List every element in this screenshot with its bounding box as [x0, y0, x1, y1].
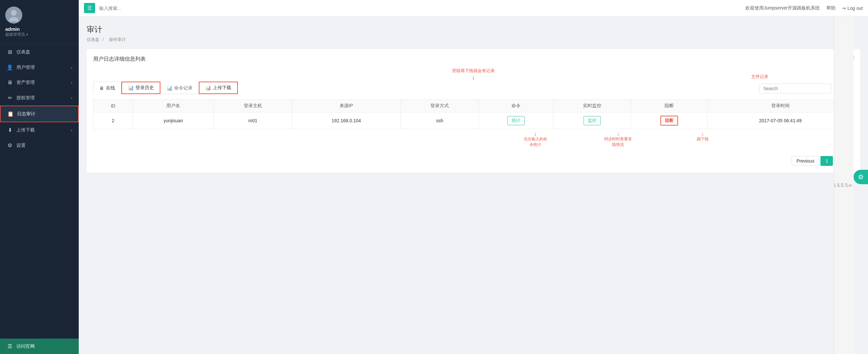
settings-icon: ⚙: [6, 142, 13, 149]
table-row: 2 yunjisuan m01 192.168.0.104 ssh 统计 监控: [93, 112, 854, 129]
user-mgmt-icon: 👤: [6, 64, 13, 70]
col-login-method: 登录方式: [401, 100, 478, 112]
tab-login-history-icon: 📊: [128, 85, 133, 91]
cell-login-time: 2017-07-05 06:41:49: [707, 112, 853, 129]
topbar-search-input[interactable]: [99, 6, 741, 11]
main-content: ☰ 欢迎使用Jumpserver开源跳板机系统 帮助 ⇒ Log out 审计 …: [79, 0, 868, 354]
arrow-down-monitor: ↓: [603, 131, 633, 136]
right-panel-item-5: zd: [834, 183, 837, 187]
tab-online[interactable]: 🖥 在线: [93, 82, 121, 94]
cell-id: 2: [93, 112, 133, 129]
cell-source-ip: 192.168.0.104: [292, 112, 401, 129]
cell-block: 阻断: [631, 112, 707, 129]
col-cmd: 命令: [478, 100, 553, 112]
role-label[interactable]: 超级管理员 ▾: [5, 32, 28, 37]
cell-host: m01: [214, 112, 292, 129]
breadcrumb: 仪表盘 / 操作审计: [87, 37, 860, 43]
sidebar-item-auth-mgmt[interactable]: ✏ 授权管理 ›: [0, 90, 79, 105]
tabs: 🖥 在线 📊 登录历史 📊 命令记录 📊: [93, 82, 238, 94]
annotation-arrow-down: ↓: [472, 73, 475, 81]
tab-cmd-log-icon: 📊: [167, 86, 172, 91]
hamburger-icon: ☰: [87, 5, 92, 11]
arrow-down-cmd: ↓: [522, 131, 549, 136]
asset-mgmt-icon: 🖥: [6, 79, 13, 86]
tab-cmd-log[interactable]: 📊 命令记录: [160, 82, 199, 94]
username-label: admin: [5, 26, 20, 32]
sidebar-item-settings[interactable]: ⚙ 设置: [0, 138, 79, 153]
main-card: ∧ ⤢ ✕ 用户日志详细信息列表 登陆再下线就会有记录 ↓ 文件记录: [87, 49, 860, 172]
role-dropdown-icon: ▾: [26, 33, 28, 36]
cell-username: yunjisuan: [133, 112, 214, 129]
table-header: ID 用户名 登录主机 来源IP 登录方式 命令 实时监控 阻断 登录时间: [93, 100, 854, 112]
breadcrumb-current: 操作审计: [109, 37, 126, 42]
col-login-time: 登录时间: [707, 100, 853, 112]
page-1-button[interactable]: 1: [820, 156, 833, 166]
annotation-file-record: 文件记录: [751, 74, 768, 79]
card-title: 用户日志详细信息列表: [93, 56, 854, 63]
sidebar-item-upload-download[interactable]: ⬇ 上传下载 ›: [0, 122, 79, 138]
right-panel-item-3: e2: [840, 183, 844, 187]
sidebar-item-asset-mgmt[interactable]: 🖥 资产管理 ›: [0, 75, 79, 90]
sidebar-item-log-audit[interactable]: 📋 日志审计: [0, 105, 79, 122]
prev-button[interactable]: Previous: [792, 156, 819, 166]
tab-upload-download[interactable]: 📊 上传下载: [199, 82, 238, 94]
svg-point-0: [11, 10, 17, 16]
col-host: 登录主机: [214, 100, 292, 112]
dashboard-icon: ⊞: [6, 49, 13, 55]
tab-online-icon: 🖥: [99, 86, 104, 91]
gear-icon: ⚙: [858, 173, 864, 181]
tabs-wrapper: 文件记录 🖥 在线 📊 登录历史 📊: [93, 82, 854, 99]
col-source-ip: 来源IP: [292, 100, 401, 112]
sidebar-user: admin 超级管理员 ▾: [0, 0, 79, 44]
page-title: 审计: [87, 24, 860, 35]
tab-upload-download-icon: 📊: [205, 85, 211, 91]
auth-mgmt-icon: ✏: [6, 95, 13, 101]
welcome-text: 欢迎使用Jumpserver开源跳板机系统: [745, 5, 820, 11]
pagination: Previous 1 Next: [93, 156, 854, 166]
upload-download-icon: ⬇: [6, 127, 13, 133]
log-audit-icon: 📋: [7, 111, 14, 117]
search-input[interactable]: [759, 84, 831, 93]
right-panel-item-1: 3j: [848, 184, 852, 187]
cell-cmd: 统计: [478, 112, 553, 129]
logout-icon: ⇒: [842, 6, 846, 11]
col-monitor: 实时监控: [553, 100, 631, 112]
right-panel: 3j 07 e2 v0 zd iw: [834, 17, 854, 354]
data-table: ID 用户名 登录主机 来源IP 登录方式 命令 实时监控 阻断 登录时间: [93, 99, 854, 129]
avatar: [5, 6, 22, 24]
right-panel-item-4: v0: [837, 183, 840, 187]
monitor-note: 同步时时查看登陆情况: [603, 136, 633, 148]
right-panel-item-2: 07: [844, 183, 848, 187]
topbar-right: 欢迎使用Jumpserver开源跳板机系统 帮助 ⇒ Log out: [745, 5, 863, 11]
cmd-note: 当次输入的命令统计: [522, 136, 549, 148]
gear-float-button[interactable]: ⚙: [854, 170, 868, 184]
upload-download-arrow-icon: ›: [71, 128, 72, 132]
help-link[interactable]: 帮助: [826, 5, 836, 11]
cell-login-method: ssh: [401, 112, 478, 129]
sidebar-item-dashboard[interactable]: ⊞ 仪表盘: [0, 44, 79, 60]
sidebar: admin 超级管理员 ▾ ⊞ 仪表盘 👤 用户管理 › 🖥 资产管理 › ✏ …: [0, 0, 79, 354]
user-mgmt-arrow-icon: ›: [71, 66, 72, 69]
sidebar-item-user-mgmt[interactable]: 👤 用户管理 ›: [0, 60, 79, 75]
col-block: 阻断: [631, 100, 707, 112]
cmd-stat-button[interactable]: 统计: [507, 116, 525, 125]
page-content: 审计 仪表盘 / 操作审计 ∧ ⤢ ✕ 用户日志详细信息列表 登陆再下线就会有记…: [79, 17, 868, 354]
col-id: ID: [93, 100, 133, 112]
annotation-login-note: 登陆再下线就会有记录: [452, 68, 495, 73]
breadcrumb-dashboard[interactable]: 仪表盘: [87, 37, 99, 42]
auth-mgmt-arrow-icon: ›: [71, 96, 72, 100]
asset-mgmt-arrow-icon: ›: [71, 81, 72, 85]
monitor-button[interactable]: 监控: [584, 116, 601, 125]
svg-point-1: [9, 17, 19, 22]
logout-button[interactable]: ⇒ Log out: [842, 6, 863, 11]
visit-icon: ☰: [6, 343, 13, 349]
arrow-down-block: ↓: [691, 131, 714, 136]
topbar: ☰ 欢迎使用Jumpserver开源跳板机系统 帮助 ⇒ Log out: [79, 0, 868, 17]
block-button[interactable]: 阻断: [660, 116, 678, 126]
col-username: 用户名: [133, 100, 214, 112]
sidebar-item-visit-official[interactable]: ☰ 访问官网: [0, 339, 79, 354]
table-wrapper: ID 用户名 登录主机 来源IP 登录方式 命令 实时监控 阻断 登录时间: [93, 99, 854, 151]
block-note: 踢下线: [691, 136, 714, 142]
tab-login-history[interactable]: 📊 登录历史: [121, 82, 160, 94]
menu-toggle-button[interactable]: ☰: [84, 3, 95, 13]
